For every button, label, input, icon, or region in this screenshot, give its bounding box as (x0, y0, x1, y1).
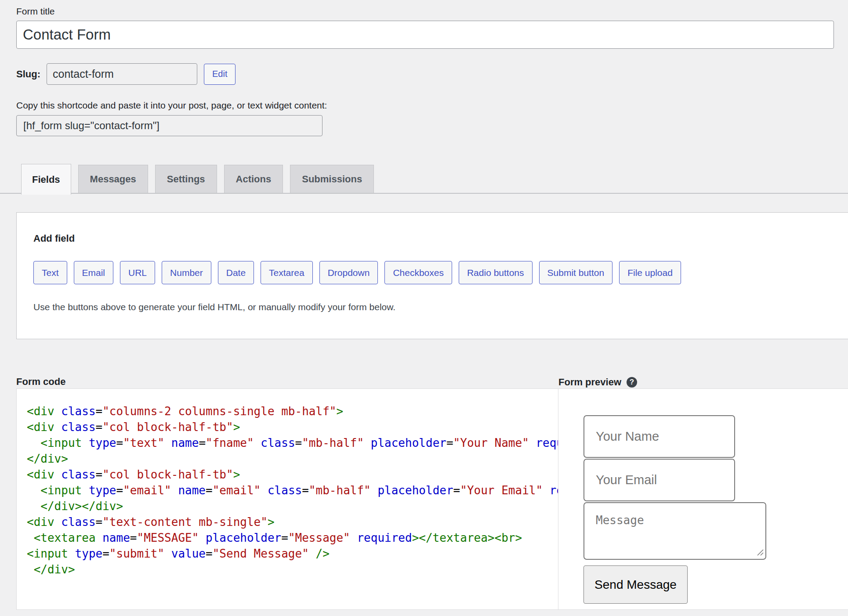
form-title-label: Form title (16, 6, 848, 17)
form-preview-label: Form preview (558, 377, 621, 388)
code-line: <input type="text" name="fname" class="m… (27, 435, 558, 451)
tab-settings[interactable]: Settings (155, 165, 217, 193)
preview-message-wrap (583, 502, 766, 560)
tab-actions[interactable]: Actions (224, 165, 283, 193)
form-editor-page: Form title Slug: Edit Copy this shortcod… (16, 0, 848, 610)
resize-handle-icon[interactable] (756, 548, 764, 556)
shortcode-help-text: Copy this shortcode and paste it into yo… (16, 100, 848, 111)
shortcode-input[interactable] (16, 115, 323, 136)
code-line: <input type="email" name="email" class="… (27, 482, 558, 498)
add-field-button-dropdown[interactable]: Dropdown (319, 261, 378, 284)
code-and-preview-section: <div class="columns-2 columns-single mb-… (16, 388, 848, 610)
preview-name-input[interactable] (583, 415, 735, 458)
slug-input[interactable] (47, 63, 197, 85)
add-field-help-text: Use the buttons above to generate your f… (33, 302, 848, 312)
code-line: </div> (27, 451, 558, 467)
preview-message-textarea[interactable] (583, 502, 766, 560)
tab-fields[interactable]: Fields (21, 164, 71, 195)
form-code-label: Form code (16, 376, 558, 388)
slug-label: Slug: (16, 69, 40, 80)
bottom-labels-row: Form code Form preview ? (16, 376, 848, 388)
code-line: <textarea name="MESSAGE" placeholder="Me… (27, 530, 558, 546)
slug-edit-button[interactable]: Edit (204, 64, 236, 85)
tab-bar: FieldsMessagesSettingsActionsSubmissions (16, 164, 848, 195)
slug-row: Slug: Edit (16, 63, 848, 85)
form-preview-panel: Send Message (558, 389, 848, 609)
code-line: <div class="text-content mb-single"> (27, 514, 558, 530)
code-line: <div class="col block-half-tb"> (27, 467, 558, 482)
add-field-button-email[interactable]: Email (74, 261, 114, 284)
form-preview-header: Form preview ? (558, 376, 637, 388)
add-field-panel: Add field TextEmailURLNumberDateTextarea… (16, 212, 848, 339)
help-circle-icon[interactable]: ? (627, 377, 637, 388)
code-line: </div></div> (27, 498, 558, 514)
add-field-button-file-upload[interactable]: File upload (619, 261, 681, 284)
add-field-button-url[interactable]: URL (120, 261, 155, 284)
code-line: <div class="columns-2 columns-single mb-… (27, 403, 558, 419)
add-field-button-number[interactable]: Number (162, 261, 211, 284)
field-buttons-row: TextEmailURLNumberDateTextareaDropdownCh… (33, 261, 848, 284)
preview-send-message-button[interactable]: Send Message (583, 565, 688, 604)
form-code-editor[interactable]: <div class="columns-2 columns-single mb-… (17, 389, 558, 609)
code-line: <input type="submit" value="Send Message… (27, 546, 558, 562)
tab-messages[interactable]: Messages (78, 165, 148, 193)
add-field-button-submit-button[interactable]: Submit button (539, 261, 613, 284)
preview-email-input[interactable] (583, 459, 735, 501)
add-field-button-radio-buttons[interactable]: Radio buttons (459, 261, 533, 284)
code-line: <div class="col block-half-tb"> (27, 419, 558, 435)
form-title-input[interactable] (16, 21, 834, 49)
add-field-button-text[interactable]: Text (33, 261, 67, 284)
add-field-title: Add field (33, 233, 848, 244)
code-line: </div> (27, 562, 558, 577)
tab-submissions[interactable]: Submissions (290, 165, 374, 193)
add-field-button-textarea[interactable]: Textarea (261, 261, 313, 284)
add-field-button-date[interactable]: Date (218, 261, 254, 284)
add-field-button-checkboxes[interactable]: Checkboxes (384, 261, 452, 284)
